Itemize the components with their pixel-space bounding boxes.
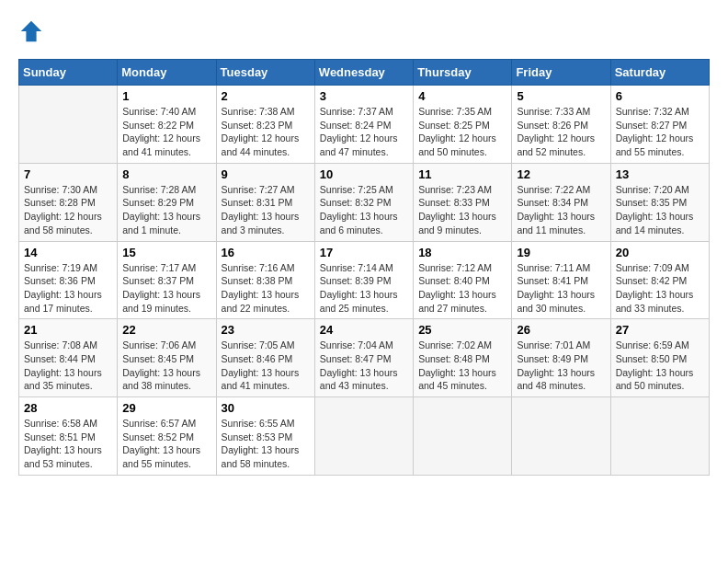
day-number: 19 bbox=[517, 246, 605, 259]
calendar-cell: 27Sunrise: 6:59 AM Sunset: 8:50 PM Dayli… bbox=[610, 319, 709, 397]
day-info: Sunrise: 7:01 AM Sunset: 8:49 PM Dayligh… bbox=[517, 339, 605, 393]
column-header-sunday: Sunday bbox=[19, 60, 118, 86]
calendar-cell: 1Sunrise: 7:40 AM Sunset: 8:22 PM Daylig… bbox=[118, 86, 216, 164]
day-info: Sunrise: 7:28 AM Sunset: 8:29 PM Dayligh… bbox=[122, 183, 210, 237]
day-number: 18 bbox=[418, 246, 506, 259]
calendar-cell: 9Sunrise: 7:27 AM Sunset: 8:31 PM Daylig… bbox=[216, 163, 314, 241]
day-number: 3 bbox=[320, 89, 408, 103]
day-number: 7 bbox=[24, 167, 112, 181]
day-number: 28 bbox=[24, 401, 112, 415]
day-info: Sunrise: 7:19 AM Sunset: 8:36 PM Dayligh… bbox=[24, 261, 112, 316]
day-number: 30 bbox=[222, 401, 310, 415]
day-number: 2 bbox=[222, 89, 310, 103]
calendar-cell: 16Sunrise: 7:16 AM Sunset: 8:38 PM Dayli… bbox=[216, 241, 314, 319]
day-info: Sunrise: 7:23 AM Sunset: 8:33 PM Dayligh… bbox=[418, 183, 506, 237]
day-info: Sunrise: 6:57 AM Sunset: 8:52 PM Dayligh… bbox=[122, 417, 210, 471]
calendar-cell bbox=[610, 397, 709, 476]
column-header-monday: Monday bbox=[118, 60, 216, 86]
day-number: 11 bbox=[418, 167, 506, 181]
day-number: 6 bbox=[616, 89, 704, 103]
day-info: Sunrise: 7:17 AM Sunset: 8:37 PM Dayligh… bbox=[122, 261, 210, 316]
calendar-cell: 28Sunrise: 6:58 AM Sunset: 8:51 PM Dayli… bbox=[19, 397, 118, 476]
day-info: Sunrise: 6:59 AM Sunset: 8:50 PM Dayligh… bbox=[616, 339, 704, 393]
day-info: Sunrise: 7:02 AM Sunset: 8:48 PM Dayligh… bbox=[418, 339, 506, 393]
calendar-cell: 21Sunrise: 7:08 AM Sunset: 8:44 PM Dayli… bbox=[19, 319, 118, 397]
column-header-wednesday: Wednesday bbox=[314, 60, 413, 86]
calendar-cell: 13Sunrise: 7:20 AM Sunset: 8:35 PM Dayli… bbox=[610, 163, 709, 241]
calendar-row: 7Sunrise: 7:30 AM Sunset: 8:28 PM Daylig… bbox=[19, 163, 710, 241]
calendar-cell bbox=[414, 397, 512, 476]
calendar-table: SundayMondayTuesdayWednesdayThursdayFrid… bbox=[18, 59, 710, 476]
day-info: Sunrise: 7:38 AM Sunset: 8:23 PM Dayligh… bbox=[222, 105, 310, 159]
day-number: 15 bbox=[122, 246, 210, 259]
column-header-tuesday: Tuesday bbox=[216, 60, 314, 86]
day-number: 5 bbox=[517, 89, 605, 103]
day-number: 9 bbox=[222, 167, 310, 181]
day-info: Sunrise: 7:27 AM Sunset: 8:31 PM Dayligh… bbox=[222, 183, 310, 237]
page-header bbox=[18, 18, 710, 44]
calendar-row: 28Sunrise: 6:58 AM Sunset: 8:51 PM Dayli… bbox=[19, 397, 710, 476]
day-number: 22 bbox=[122, 323, 210, 337]
calendar-cell: 14Sunrise: 7:19 AM Sunset: 8:36 PM Dayli… bbox=[19, 241, 118, 319]
day-info: Sunrise: 6:55 AM Sunset: 8:53 PM Dayligh… bbox=[222, 417, 310, 471]
calendar-cell: 15Sunrise: 7:17 AM Sunset: 8:37 PM Dayli… bbox=[118, 241, 216, 319]
day-number: 12 bbox=[517, 167, 605, 181]
day-info: Sunrise: 7:08 AM Sunset: 8:44 PM Dayligh… bbox=[24, 339, 112, 393]
calendar-cell: 26Sunrise: 7:01 AM Sunset: 8:49 PM Dayli… bbox=[512, 319, 610, 397]
calendar-cell: 12Sunrise: 7:22 AM Sunset: 8:34 PM Dayli… bbox=[512, 163, 610, 241]
calendar-cell: 22Sunrise: 7:06 AM Sunset: 8:45 PM Dayli… bbox=[118, 319, 216, 397]
day-info: Sunrise: 7:32 AM Sunset: 8:27 PM Dayligh… bbox=[616, 105, 704, 159]
column-header-friday: Friday bbox=[512, 60, 610, 86]
day-info: Sunrise: 6:58 AM Sunset: 8:51 PM Dayligh… bbox=[24, 417, 112, 471]
column-header-saturday: Saturday bbox=[610, 60, 709, 86]
calendar-cell: 17Sunrise: 7:14 AM Sunset: 8:39 PM Dayli… bbox=[314, 241, 413, 319]
calendar-cell: 11Sunrise: 7:23 AM Sunset: 8:33 PM Dayli… bbox=[414, 163, 512, 241]
day-number: 21 bbox=[24, 323, 112, 337]
calendar-row: 14Sunrise: 7:19 AM Sunset: 8:36 PM Dayli… bbox=[19, 241, 710, 319]
calendar-cell bbox=[512, 397, 610, 476]
calendar-cell: 30Sunrise: 6:55 AM Sunset: 8:53 PM Dayli… bbox=[216, 397, 314, 476]
calendar-cell: 10Sunrise: 7:25 AM Sunset: 8:32 PM Dayli… bbox=[314, 163, 413, 241]
day-info: Sunrise: 7:05 AM Sunset: 8:46 PM Dayligh… bbox=[222, 339, 310, 393]
calendar-header-row: SundayMondayTuesdayWednesdayThursdayFrid… bbox=[19, 60, 710, 86]
day-number: 26 bbox=[517, 323, 605, 337]
calendar-cell: 2Sunrise: 7:38 AM Sunset: 8:23 PM Daylig… bbox=[216, 86, 314, 164]
day-info: Sunrise: 7:30 AM Sunset: 8:28 PM Dayligh… bbox=[24, 183, 112, 237]
calendar-cell: 29Sunrise: 6:57 AM Sunset: 8:52 PM Dayli… bbox=[118, 397, 216, 476]
calendar-cell: 8Sunrise: 7:28 AM Sunset: 8:29 PM Daylig… bbox=[118, 163, 216, 241]
day-info: Sunrise: 7:40 AM Sunset: 8:22 PM Dayligh… bbox=[122, 105, 210, 159]
day-info: Sunrise: 7:16 AM Sunset: 8:38 PM Dayligh… bbox=[222, 261, 310, 316]
day-info: Sunrise: 7:35 AM Sunset: 8:25 PM Dayligh… bbox=[418, 105, 506, 159]
day-info: Sunrise: 7:25 AM Sunset: 8:32 PM Dayligh… bbox=[320, 183, 408, 237]
calendar-cell: 4Sunrise: 7:35 AM Sunset: 8:25 PM Daylig… bbox=[414, 86, 512, 164]
day-number: 8 bbox=[122, 167, 210, 181]
day-number: 27 bbox=[616, 323, 704, 337]
day-number: 10 bbox=[320, 167, 408, 181]
day-number: 13 bbox=[616, 167, 704, 181]
calendar-row: 1Sunrise: 7:40 AM Sunset: 8:22 PM Daylig… bbox=[19, 86, 710, 164]
calendar-cell bbox=[19, 86, 118, 164]
calendar-cell: 25Sunrise: 7:02 AM Sunset: 8:48 PM Dayli… bbox=[414, 319, 512, 397]
calendar-cell: 3Sunrise: 7:37 AM Sunset: 8:24 PM Daylig… bbox=[314, 86, 413, 164]
calendar-cell: 19Sunrise: 7:11 AM Sunset: 8:41 PM Dayli… bbox=[512, 241, 610, 319]
day-info: Sunrise: 7:09 AM Sunset: 8:42 PM Dayligh… bbox=[616, 261, 704, 316]
day-info: Sunrise: 7:22 AM Sunset: 8:34 PM Dayligh… bbox=[517, 183, 605, 237]
calendar-cell: 23Sunrise: 7:05 AM Sunset: 8:46 PM Dayli… bbox=[216, 319, 314, 397]
day-info: Sunrise: 7:06 AM Sunset: 8:45 PM Dayligh… bbox=[122, 339, 210, 393]
day-info: Sunrise: 7:37 AM Sunset: 8:24 PM Dayligh… bbox=[320, 105, 408, 159]
day-info: Sunrise: 7:33 AM Sunset: 8:26 PM Dayligh… bbox=[517, 105, 605, 159]
day-number: 1 bbox=[122, 89, 210, 103]
day-number: 29 bbox=[122, 401, 210, 415]
calendar-cell: 18Sunrise: 7:12 AM Sunset: 8:40 PM Dayli… bbox=[414, 241, 512, 319]
calendar-cell: 5Sunrise: 7:33 AM Sunset: 8:26 PM Daylig… bbox=[512, 86, 610, 164]
day-number: 16 bbox=[222, 246, 310, 259]
day-info: Sunrise: 7:04 AM Sunset: 8:47 PM Dayligh… bbox=[320, 339, 408, 393]
calendar-cell: 7Sunrise: 7:30 AM Sunset: 8:28 PM Daylig… bbox=[19, 163, 118, 241]
day-info: Sunrise: 7:20 AM Sunset: 8:35 PM Dayligh… bbox=[616, 183, 704, 237]
column-header-thursday: Thursday bbox=[414, 60, 512, 86]
calendar-cell: 20Sunrise: 7:09 AM Sunset: 8:42 PM Dayli… bbox=[610, 241, 709, 319]
day-number: 20 bbox=[616, 246, 704, 259]
calendar-row: 21Sunrise: 7:08 AM Sunset: 8:44 PM Dayli… bbox=[19, 319, 710, 397]
calendar-cell bbox=[314, 397, 413, 476]
calendar-cell: 24Sunrise: 7:04 AM Sunset: 8:47 PM Dayli… bbox=[314, 319, 413, 397]
